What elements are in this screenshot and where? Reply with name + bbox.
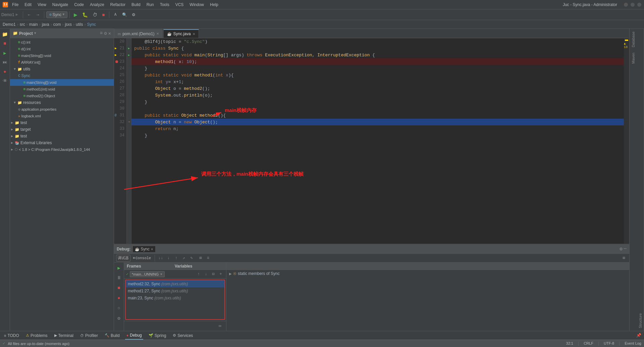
menu-run[interactable]: Run	[144, 2, 157, 8]
thread-selector[interactable]: *main...UNNING ▼	[130, 271, 165, 277]
tree-target[interactable]: ▶ 📁 target	[10, 126, 114, 133]
resume-icon[interactable]: ▶	[115, 264, 123, 272]
settings-button[interactable]: ⚙	[130, 12, 138, 18]
terminal-tab[interactable]: ▶ Terminal	[53, 331, 75, 340]
menu-build[interactable]: Build	[129, 2, 143, 8]
tab-sync[interactable]: ☕ Sync.java ✕	[163, 29, 199, 38]
tree-method1[interactable]: m method1(int):void	[10, 86, 114, 93]
run-sidebar-icon[interactable]: ▶	[1, 49, 9, 57]
menu-vcs[interactable]: VCS	[173, 2, 186, 8]
breadcrumb-demo1[interactable]: Demo1	[3, 22, 16, 27]
todo-tab[interactable]: ≡ TODO	[3, 331, 20, 340]
maximize-button[interactable]: □	[631, 3, 635, 7]
database-panel-tab[interactable]: Database	[630, 29, 636, 50]
menu-navigate[interactable]: Navigate	[50, 2, 71, 8]
tree-logback[interactable]: ✕ logback.xml	[10, 113, 114, 119]
menu-view[interactable]: View	[35, 2, 49, 8]
close-panel-icon[interactable]: ✕	[108, 31, 111, 36]
tree-sync-class[interactable]: C Sync	[10, 72, 114, 79]
translate-button[interactable]: Ａ	[111, 11, 119, 18]
debug-button[interactable]: 🐛	[80, 11, 90, 18]
menu-tools[interactable]: Tools	[157, 2, 172, 8]
mute-breakpoints-icon[interactable]: ○	[115, 304, 123, 312]
breadcrumb-sync[interactable]: Sync	[87, 22, 96, 27]
event-log[interactable]: Event Log	[625, 341, 641, 346]
project-icon[interactable]: 📁	[1, 30, 9, 38]
menu-refactor[interactable]: Refactor	[108, 2, 128, 8]
maven-panel-tab[interactable]: Maven	[630, 50, 636, 66]
build-tab[interactable]: 🔨 Build	[103, 331, 121, 340]
evaluate-btn[interactable]: ✎	[188, 255, 195, 262]
menu-code[interactable]: Code	[71, 2, 87, 8]
step-over-icon[interactable]: ⏭	[1, 58, 9, 66]
stop-debug-icon[interactable]: ■	[115, 284, 123, 292]
menu-window[interactable]: Window	[187, 2, 207, 8]
search-button[interactable]: 🔍	[120, 12, 129, 18]
favorites-icon[interactable]: 📌	[636, 333, 641, 338]
thread-down-btn[interactable]: ↓	[203, 271, 209, 278]
breadcrumb-com[interactable]: com	[53, 22, 61, 27]
breadcrumb-utils[interactable]: utils	[76, 22, 83, 27]
menu-file[interactable]: File	[9, 2, 21, 8]
tree-external-libs[interactable]: ▶ 📚 External Libraries	[10, 139, 114, 146]
frame-method2[interactable]: method2:32, Sync (com.jsxs.utils)	[126, 280, 224, 287]
step-out-btn[interactable]: ↑	[173, 255, 179, 262]
frame-method1[interactable]: method1:27, Sync (com.jsxs.utils)	[126, 287, 224, 294]
tab-pom-close[interactable]: ✕	[156, 32, 159, 36]
stop-button[interactable]: ■	[100, 11, 107, 18]
breadcrumb-src[interactable]: src	[20, 22, 25, 27]
code-editor[interactable]: ▲ 13 20 ▶21 ▶22 23	[114, 38, 629, 244]
menu-edit[interactable]: Edit	[22, 2, 34, 8]
vars-btn[interactable]: ≡	[205, 255, 211, 262]
collapse-all-icon[interactable]: ≡	[100, 31, 103, 36]
breakpoint-icon[interactable]: ●	[1, 68, 9, 76]
debug-sync-tab[interactable]: ☕ Sync ✕	[132, 246, 156, 252]
forward-button[interactable]: →	[34, 12, 42, 18]
frames-btn[interactable]: ⊞	[197, 255, 204, 262]
thread-up-btn[interactable]: ↑	[195, 271, 202, 278]
tab-pom[interactable]: m pom.xml (Demo1) ✕	[114, 29, 163, 38]
run-button[interactable]: ▶	[72, 11, 79, 18]
spring-tab[interactable]: 🌱 Spring	[147, 331, 168, 340]
tree-main-method[interactable]: m main(String[]):void	[10, 79, 114, 86]
pause-icon[interactable]: ⏸	[115, 274, 123, 282]
profiler-tab[interactable]: ⏱ Profiler	[79, 331, 99, 340]
breadcrumb-main[interactable]: main	[29, 22, 38, 27]
tree-utils[interactable]: ▼ 📁 utils	[10, 66, 114, 72]
settings-panel-icon[interactable]: ⚙	[104, 31, 107, 36]
code-content[interactable]: @Slf4j(topic = "c.Sync") public class Sy…	[131, 38, 629, 244]
tree-jdk[interactable]: ▶ ⬡ < 1.8 > C:\Program Files\Java\jdk1.8…	[10, 146, 114, 153]
debug-settings-icon[interactable]: ⚙	[620, 246, 622, 252]
profile-button[interactable]: ⏱	[91, 11, 99, 18]
problems-tab[interactable]: ⚠ Problems	[24, 331, 49, 340]
step-over-btn[interactable]: ↓↓	[157, 255, 164, 262]
minimize-button[interactable]: ─	[624, 3, 628, 7]
debug-bottom-tab[interactable]: ● Debug	[125, 331, 143, 340]
tree-d-method[interactable]: m d():int	[10, 46, 114, 52]
tree-application-props[interactable]: ⚙ application.properties	[10, 106, 114, 113]
step-into-btn[interactable]: ↓	[165, 255, 172, 262]
step-cursor-btn[interactable]: ↗	[180, 255, 187, 262]
settings-debug-icon[interactable]: ⚙	[115, 314, 123, 322]
tree-test2[interactable]: ▶ 📁 test	[10, 133, 114, 139]
close-button[interactable]: ✕	[637, 3, 641, 7]
tab-sync-close[interactable]: ✕	[193, 32, 195, 36]
breadcrumb-jsxs[interactable]: jsxs	[65, 22, 72, 27]
tree-method2[interactable]: m method2():Object	[10, 93, 114, 99]
menu-analyze[interactable]: Analyze	[87, 2, 107, 8]
tree-c-method[interactable]: m c():int	[10, 39, 114, 46]
services-tab[interactable]: ⚙ Services	[171, 331, 194, 340]
debug-sidebar-icon[interactable]: ■	[1, 40, 9, 48]
breadcrumb-java[interactable]: java	[42, 22, 49, 27]
debugger-tab[interactable]: 调试器	[116, 255, 130, 262]
tree-array[interactable]: f ARRAY:int[]	[10, 59, 114, 66]
menu-help[interactable]: Help	[207, 2, 221, 8]
frame-main[interactable]: main:23, Sync (com.jsxs.utils)	[126, 294, 224, 301]
run-config-selector[interactable]: ⚙ Sync ▼	[46, 11, 67, 18]
view-breakpoints-icon[interactable]: ●	[115, 294, 123, 302]
watch-icon[interactable]: 👁	[1, 77, 9, 85]
back-button[interactable]: ←	[25, 12, 33, 18]
debug-close-icon[interactable]: ─	[624, 246, 627, 252]
tree-resources[interactable]: ▼ 📁 resources	[10, 99, 114, 106]
console-tab[interactable]: ■ Console	[131, 255, 152, 262]
